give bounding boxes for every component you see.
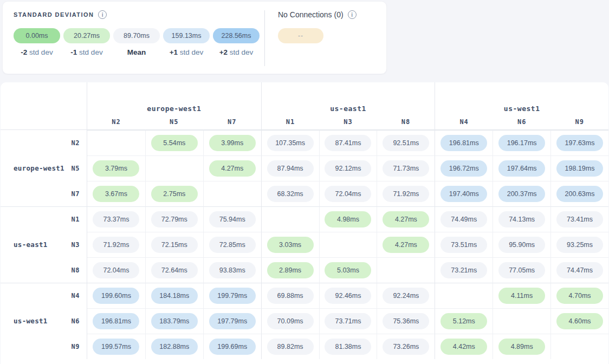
latency-value-pill[interactable]: 4.27ms <box>383 237 429 253</box>
latency-cell: 72.64ms <box>145 257 203 283</box>
latency-value-pill[interactable]: 71.92ms <box>93 237 139 253</box>
latency-value-pill[interactable]: 196.81ms <box>93 313 139 329</box>
column-region-header: us-east1 <box>261 82 435 114</box>
latency-value-pill[interactable]: 197.64ms <box>498 160 545 177</box>
latency-value-pill[interactable]: 4.70ms <box>556 288 603 304</box>
latency-value-pill[interactable]: 200.63ms <box>556 186 603 202</box>
latency-value-pill[interactable]: 68.32ms <box>267 186 314 202</box>
latency-cell: 4.98ms <box>319 206 377 232</box>
latency-value-pill[interactable]: 3.67ms <box>93 186 139 202</box>
latency-value-pill[interactable]: 72.79ms <box>151 211 198 227</box>
latency-value-pill[interactable]: 4.27ms <box>383 211 429 227</box>
latency-cell: 74.47ms <box>550 257 608 283</box>
latency-value-pill[interactable]: 73.71ms <box>325 313 371 329</box>
latency-value-pill[interactable]: 107.35ms <box>267 135 314 151</box>
latency-value-pill[interactable]: 197.63ms <box>556 135 603 151</box>
latency-value-pill[interactable]: 75.94ms <box>209 211 256 227</box>
latency-value-pill[interactable]: 2.75ms <box>151 186 198 202</box>
latency-value-pill[interactable]: 72.04ms <box>325 186 371 202</box>
latency-value-pill[interactable]: 199.69ms <box>209 339 256 355</box>
latency-value-pill[interactable]: 89.82ms <box>267 339 314 355</box>
region-header-underline: N1N3N8 <box>261 114 435 130</box>
column-node-header: N6 <box>493 114 551 130</box>
latency-value-pill[interactable]: 3.03ms <box>267 237 314 253</box>
latency-value-pill[interactable]: 196.72ms <box>440 160 487 177</box>
latency-value-pill[interactable]: 92.46ms <box>325 288 371 304</box>
legend-pill-label: -1 std dev <box>63 48 110 56</box>
latency-value-pill[interactable]: 75.36ms <box>383 313 429 329</box>
latency-cell: 199.69ms <box>203 334 261 359</box>
legend-pills: 0.00ms20.27ms89.70ms159.13ms228.56ms <box>14 28 264 43</box>
latency-value-pill[interactable]: 93.25ms <box>556 237 603 253</box>
latency-value-pill[interactable]: 198.19ms <box>556 160 603 177</box>
latency-cell: 4.60ms <box>550 308 608 334</box>
latency-cell: 87.41ms <box>319 130 377 155</box>
latency-value-pill[interactable]: 197.79ms <box>209 313 256 329</box>
latency-value-pill[interactable]: 4.89ms <box>498 339 545 355</box>
legend-labels: -2 std dev-1 std devMean+1 std dev+2 std… <box>14 48 264 56</box>
latency-value-pill[interactable]: 196.17ms <box>498 135 545 151</box>
latency-value-pill[interactable]: 74.49ms <box>440 211 487 227</box>
info-icon[interactable] <box>348 10 357 19</box>
latency-value-pill[interactable]: 5.03ms <box>325 262 371 278</box>
latency-cell-empty <box>319 232 377 257</box>
latency-value-pill[interactable]: 184.18ms <box>151 288 198 304</box>
latency-value-pill[interactable]: 77.05ms <box>498 262 545 278</box>
column-node-header: N7 <box>203 114 261 130</box>
latency-value-pill[interactable]: 2.89ms <box>267 262 314 278</box>
latency-value-pill[interactable]: 73.51ms <box>440 237 487 253</box>
latency-value-pill[interactable]: 72.15ms <box>151 237 198 253</box>
latency-value-pill[interactable]: 4.60ms <box>556 313 603 329</box>
legend-pill: 228.56ms <box>213 28 260 43</box>
latency-value-pill[interactable]: 182.88ms <box>151 339 198 355</box>
latency-value-pill[interactable]: 71.92ms <box>383 186 429 202</box>
latency-value-pill[interactable]: 92.24ms <box>383 288 429 304</box>
latency-cell: 3.99ms <box>203 130 261 155</box>
latency-value-pill[interactable]: 200.37ms <box>498 186 545 202</box>
latency-value-pill[interactable]: 4.42ms <box>440 339 487 355</box>
latency-value-pill[interactable]: 199.79ms <box>209 288 256 304</box>
legend-pill: 89.70ms <box>113 28 160 43</box>
latency-value-pill[interactable]: 199.57ms <box>93 339 139 355</box>
latency-value-pill[interactable]: 72.64ms <box>151 262 198 278</box>
latency-value-pill[interactable]: 5.12ms <box>440 313 487 329</box>
latency-cell: 72.04ms <box>319 181 377 206</box>
info-icon[interactable] <box>98 10 107 19</box>
latency-value-pill[interactable]: 69.88ms <box>267 288 314 304</box>
latency-cell: 72.04ms <box>87 257 145 283</box>
latency-value-pill[interactable]: 87.41ms <box>325 135 371 151</box>
latency-cell: 73.21ms <box>435 257 493 283</box>
latency-cell: 72.15ms <box>145 232 203 257</box>
latency-value-pill[interactable]: 72.04ms <box>93 262 139 278</box>
latency-value-pill[interactable]: 5.54ms <box>151 135 198 151</box>
latency-value-pill[interactable]: 4.98ms <box>325 211 371 227</box>
no-connections-legend: No Connections (0) -- <box>265 2 357 74</box>
latency-value-pill[interactable]: 3.99ms <box>209 135 256 151</box>
latency-value-pill[interactable]: 72.85ms <box>209 237 256 253</box>
latency-value-pill[interactable]: 199.60ms <box>93 288 139 304</box>
latency-value-pill[interactable]: 92.51ms <box>383 135 429 151</box>
latency-value-pill[interactable]: 87.94ms <box>267 160 314 177</box>
latency-cell: 95.90ms <box>493 232 550 257</box>
latency-value-pill[interactable]: 73.37ms <box>93 211 139 227</box>
row-label-cell: N7 <box>1 181 87 206</box>
latency-value-pill[interactable]: 70.09ms <box>267 313 314 329</box>
latency-cell-empty <box>87 130 145 155</box>
latency-value-pill[interactable]: 71.73ms <box>383 160 429 177</box>
latency-value-pill[interactable]: 95.90ms <box>498 237 545 253</box>
latency-value-pill[interactable]: 74.13ms <box>498 211 545 227</box>
latency-value-pill[interactable]: 197.40ms <box>440 186 487 202</box>
latency-value-pill[interactable]: 183.79ms <box>151 313 198 329</box>
row-label-cell: N1 <box>1 206 87 232</box>
latency-value-pill[interactable]: 74.47ms <box>556 262 603 278</box>
latency-value-pill[interactable]: 4.11ms <box>498 288 545 304</box>
latency-value-pill[interactable]: 81.38ms <box>325 339 371 355</box>
latency-value-pill[interactable]: 73.41ms <box>556 211 603 227</box>
latency-value-pill[interactable]: 4.27ms <box>209 160 256 177</box>
latency-value-pill[interactable]: 93.83ms <box>209 262 256 278</box>
latency-value-pill[interactable]: 196.81ms <box>440 135 487 151</box>
latency-value-pill[interactable]: 73.21ms <box>440 262 487 278</box>
latency-value-pill[interactable]: 92.12ms <box>325 160 371 177</box>
latency-value-pill[interactable]: 3.79ms <box>93 160 139 177</box>
latency-value-pill[interactable]: 73.26ms <box>383 339 429 355</box>
